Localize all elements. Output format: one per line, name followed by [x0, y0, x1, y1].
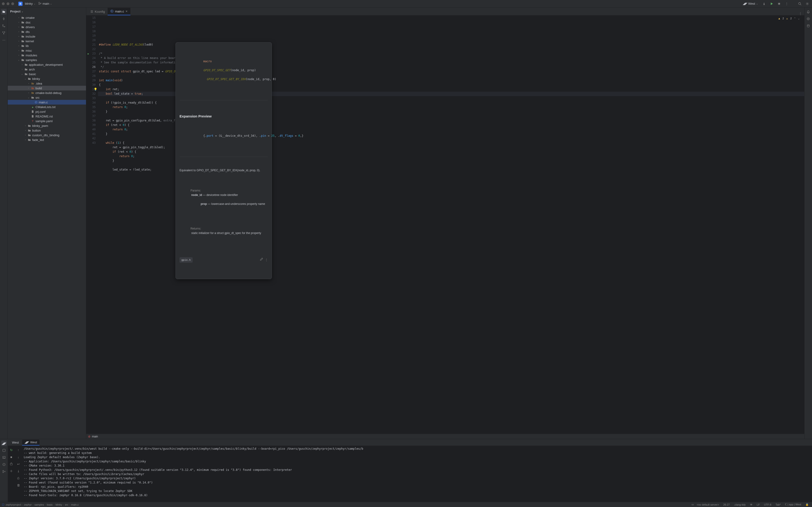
code-area[interactable]: ▲2 ▲2 ⌃ ⌄ macro GPIO_DT_SPEC_GET(node_id… — [98, 15, 804, 434]
tree-row[interactable]: ⌄samples — [8, 58, 86, 62]
gutter[interactable]: 1516171819202122▶23242526272829303132333… — [86, 15, 98, 434]
folder-icon[interactable]: ▭ — [691, 503, 694, 506]
editor-tabs-more[interactable]: ⋮ — [797, 12, 804, 15]
database-button[interactable] — [805, 23, 811, 29]
close-tab-icon[interactable]: ✕ — [125, 10, 128, 13]
clang-tidy-status[interactable]: .clang-tidy — [733, 503, 747, 506]
more-menu[interactable]: ⋮ — [784, 1, 790, 7]
build-button[interactable] — [761, 1, 767, 7]
ai-assistant-button[interactable] — [805, 16, 811, 21]
context[interactable]: ℂ | app | West — [784, 503, 803, 506]
print-button[interactable]: ⎙ — [15, 475, 21, 481]
west-tool-button[interactable]: ◢◤ — [1, 441, 7, 446]
tree-row[interactable]: ›application_development — [8, 62, 86, 67]
tree-row[interactable]: ›cmake-build-debug — [8, 91, 86, 95]
indent[interactable]: Tab* — [774, 503, 782, 506]
rerun-button[interactable]: ↻ — [8, 447, 14, 453]
tree-row[interactable]: ›misc — [8, 48, 86, 53]
tree-row[interactable]: ›doc — [8, 20, 86, 25]
close-icon[interactable] — [2, 2, 5, 5]
run-button[interactable] — [769, 1, 774, 7]
tree-row[interactable]: ▲CMakeLists.txt — [8, 105, 86, 109]
tree-row[interactable]: prj.conf — [8, 109, 86, 114]
svg-rect-10 — [4, 32, 5, 33]
down-button[interactable]: ↓ — [15, 454, 21, 460]
caret-position[interactable]: 26:27 — [722, 503, 731, 506]
tree-row[interactable]: ›blinky_pwm — [8, 123, 86, 128]
terminal-button[interactable] — [1, 455, 7, 460]
editor-breadcrumb[interactable]: ⊘ main — [86, 434, 804, 439]
vcs-branch[interactable]: main ⌄ — [37, 1, 53, 6]
lock-icon[interactable]: 🔒 — [804, 503, 810, 506]
tree-row[interactable]: ›drivers — [8, 25, 86, 30]
svg-point-5 — [807, 3, 808, 4]
line-ending[interactable]: LF — [755, 503, 761, 506]
more-icon[interactable]: ⋮ — [265, 258, 268, 262]
tree-row[interactable]: README.rst — [8, 114, 86, 119]
tree-row[interactable]: ›kernel — [8, 39, 86, 44]
encoding[interactable]: UTF-8 — [763, 503, 773, 506]
bottom-tab-west-2[interactable]: ◢◤West — [22, 440, 39, 445]
services-button[interactable] — [1, 448, 7, 453]
tree-row[interactable]: Ysample.yaml — [8, 119, 86, 123]
prev-highlight-icon[interactable]: ⌃ — [794, 16, 796, 21]
tree-row[interactable]: ›modules — [8, 53, 86, 58]
scroll-end-button[interactable]: ⤓ — [15, 468, 21, 474]
tab-main-c[interactable]: ⓒ main.c ✕ — [108, 8, 130, 15]
svg-rect-9 — [3, 32, 4, 33]
tree-row[interactable]: ⌄basic — [8, 72, 86, 76]
project-selector[interactable]: B blinky ⌄ — [17, 1, 37, 6]
tree-row[interactable]: ⌄src — [8, 95, 86, 100]
settings-icon[interactable] — [8, 468, 14, 474]
tree-row[interactable]: ⓒmain.c — [8, 100, 86, 105]
svg-rect-21 — [10, 463, 12, 465]
source-chip[interactable]: gpio.h — [179, 257, 193, 263]
bottom-panel: ◢◤ West ◢◤West ↻ — [0, 439, 812, 502]
project-tree[interactable]: ›cmake›doc›drivers›dts›include›kernel›li… — [8, 15, 86, 439]
editor-body[interactable]: 1516171819202122▶23242526272829303132333… — [86, 15, 804, 434]
tree-row[interactable]: ›.idea — [8, 81, 86, 86]
window-controls[interactable] — [2, 2, 14, 5]
tree-row[interactable]: ⌄blinky — [8, 76, 86, 81]
tab-label: main.c — [115, 10, 124, 13]
eye-icon[interactable]: 👁 — [749, 503, 754, 506]
search-button[interactable] — [797, 1, 803, 7]
debug-button[interactable] — [776, 1, 782, 7]
clear-button[interactable]: 🗑 — [15, 482, 21, 488]
next-highlight-icon[interactable]: ⌄ — [798, 16, 800, 21]
tree-row[interactable]: ›lib — [8, 44, 86, 48]
tree-row[interactable]: ›arch — [8, 67, 86, 72]
commit-tool-button[interactable] — [1, 16, 7, 21]
tree-row[interactable]: ›cmake — [8, 15, 86, 20]
project-tool-button[interactable] — [1, 9, 7, 14]
tree-row[interactable]: ›fade_led — [8, 137, 86, 142]
bottom-tab-west-1[interactable]: West — [10, 440, 21, 445]
edit-icon[interactable] — [247, 253, 263, 267]
tree-row[interactable]: ›custom_dts_binding — [8, 133, 86, 137]
more-tools-button[interactable]: ⋯ — [1, 37, 7, 43]
settings-button[interactable] — [805, 1, 810, 7]
tree-row[interactable]: ›include — [8, 34, 86, 39]
status-breadcrumbs[interactable]: zephyrprojectzephyrsamplesbasicblinkysrc… — [6, 503, 79, 506]
up-button[interactable]: ↑ — [15, 447, 21, 453]
inspections-widget[interactable]: ▲2 ▲2 ⌃ ⌄ — [778, 16, 800, 21]
project-panel-header[interactable]: Project ⌄ — [8, 7, 86, 15]
tree-row[interactable]: ›build — [8, 86, 86, 91]
tree-row[interactable]: ›button — [8, 128, 86, 133]
notifications-button[interactable] — [805, 9, 811, 14]
tree-row[interactable]: ›dts — [8, 30, 86, 34]
vcs-tool-button[interactable] — [1, 469, 7, 474]
tab-kconfig[interactable]: ☰ Kconfig — [88, 8, 108, 15]
minimize-icon[interactable] — [7, 2, 9, 5]
run-config-selector[interactable]: ◢◤ West ⌄ — [741, 1, 759, 6]
pull-requests-button[interactable] — [1, 23, 7, 29]
build-output[interactable]: /Users/guschin/zephyrproject/.venv/bin/w… — [22, 446, 812, 502]
maximize-icon[interactable] — [11, 2, 14, 5]
server-status[interactable]: <no default server> — [695, 503, 720, 506]
structure-tool-button[interactable] — [1, 30, 7, 36]
attach-button[interactable] — [8, 461, 14, 467]
stop-button[interactable]: ■ — [8, 454, 14, 460]
soft-wrap-button[interactable]: ↩ — [15, 461, 21, 467]
problems-button[interactable] — [1, 462, 7, 467]
svg-point-4 — [799, 2, 801, 4]
